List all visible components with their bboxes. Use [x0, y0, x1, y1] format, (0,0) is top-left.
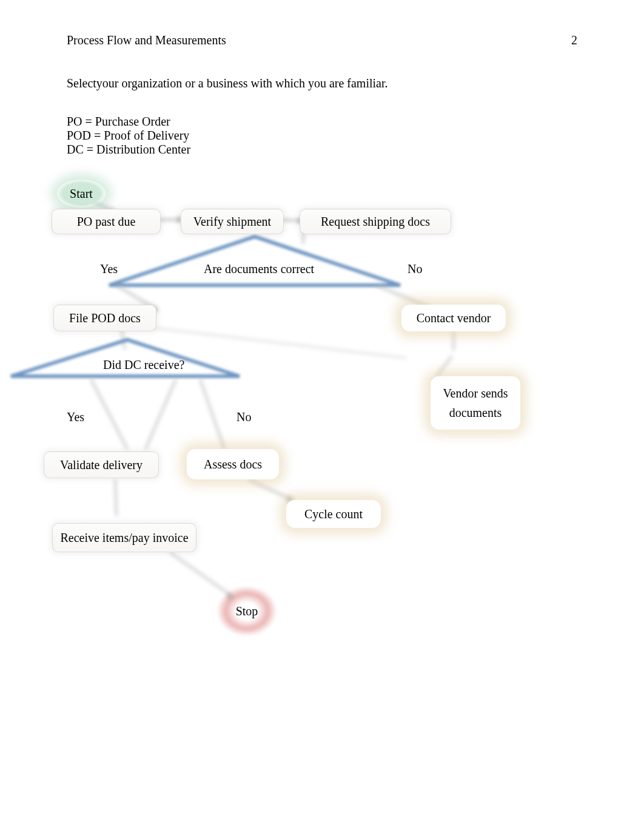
decision-branch-yes: Yes — [67, 410, 84, 424]
node-label: Start — [70, 186, 93, 201]
svg-line-9 — [152, 328, 406, 358]
svg-line-6 — [121, 329, 125, 350]
node-label: documents — [449, 403, 502, 422]
node-label: File POD docs — [69, 310, 141, 326]
node-label: Validate delivery — [60, 457, 143, 473]
node-label: Request shipping docs — [321, 214, 430, 229]
decision-branch-yes: Yes — [100, 262, 118, 276]
svg-line-10 — [91, 379, 127, 449]
node-cycle-count: Cycle count — [286, 500, 381, 528]
flowchart-start: Start — [57, 180, 106, 208]
node-file-pod: File POD docs — [53, 305, 156, 331]
node-verify-shipment: Verify shipment — [181, 209, 284, 234]
svg-line-11 — [146, 379, 176, 449]
svg-line-12 — [200, 379, 224, 449]
node-validate-delivery: Validate delivery — [44, 451, 159, 478]
node-label: Contact vendor — [417, 310, 491, 326]
node-label: Receive items/pay invoice — [60, 530, 188, 546]
node-label: PO past due — [77, 214, 136, 229]
glossary-line: POD = Proof of Delivery — [67, 129, 577, 143]
flowchart-stop: Stop — [226, 595, 268, 627]
flowchart-canvas: Start PO past due Verify shipment Reques… — [0, 170, 644, 668]
svg-line-14 — [249, 479, 290, 499]
node-request-shipping-docs: Request shipping docs — [300, 209, 451, 234]
node-receive-pay: Receive items/pay invoice — [52, 523, 196, 552]
intro-text: Selectyour organization or a business wi… — [67, 76, 577, 90]
glossary-line: PO = Purchase Order — [67, 115, 577, 129]
node-label: Verify shipment — [193, 214, 271, 229]
node-label: Assess docs — [204, 456, 262, 472]
glossary: PO = Purchase Order POD = Proof of Deliv… — [67, 115, 577, 157]
decision-branch-no: No — [408, 262, 422, 276]
svg-line-13 — [115, 479, 116, 516]
decision-dc-receive: Did DC receive? — [103, 358, 184, 372]
node-vendor-sends-docs: Vendor sends documents — [431, 376, 520, 430]
svg-line-8 — [437, 356, 452, 376]
node-label: Vendor sends — [443, 384, 508, 403]
svg-line-15 — [170, 552, 232, 596]
node-label: Cycle count — [304, 506, 363, 522]
node-assess-docs: Assess docs — [187, 449, 279, 479]
decision-docs-correct: Are documents correct — [204, 262, 314, 276]
node-label: Stop — [236, 603, 258, 619]
glossary-line: DC = Distribution Center — [67, 143, 577, 157]
decision-branch-no: No — [236, 410, 251, 424]
node-po-past-due: PO past due — [52, 209, 161, 234]
page-title: Process Flow and Measurements — [67, 33, 226, 47]
page-number: 2 — [571, 33, 577, 47]
node-contact-vendor: Contact vendor — [401, 305, 506, 331]
